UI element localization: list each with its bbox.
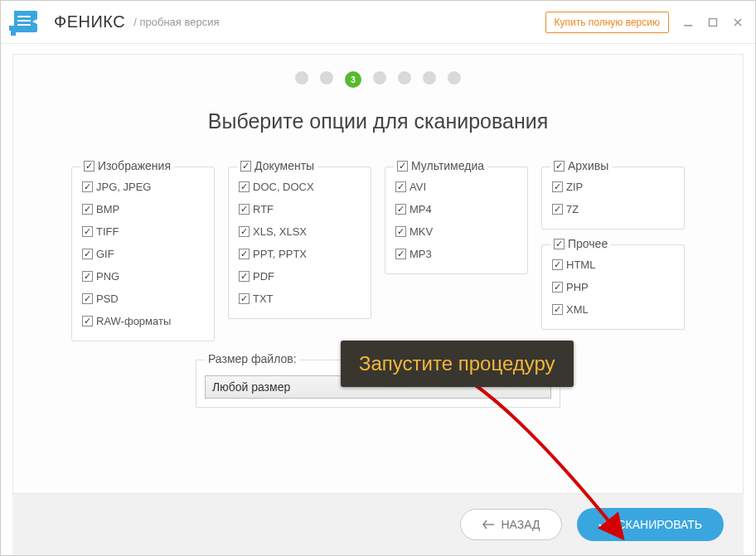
label-zip: ZIP <box>566 181 583 193</box>
checkbox-html[interactable] <box>552 259 563 270</box>
page-title: Выберите опции для сканирования <box>13 109 743 133</box>
checkbox-txt[interactable] <box>239 293 250 304</box>
label-php: PHP <box>566 281 589 293</box>
checkbox-ppt[interactable] <box>239 249 250 259</box>
label-mp3: MP3 <box>410 248 432 260</box>
minimize-button[interactable] <box>676 10 700 35</box>
label-psd: PSD <box>96 293 119 305</box>
checkbox-mkv[interactable] <box>395 226 406 237</box>
group-other-title: Прочее <box>568 237 608 250</box>
label-rtf: RTF <box>253 203 274 215</box>
checkbox-php[interactable] <box>552 282 563 293</box>
group-multimedia: Мультимедиа AVI MP4 MKV MP3 <box>385 167 528 274</box>
checkbox-documents-all[interactable] <box>240 161 251 172</box>
label-7z: 7Z <box>566 203 579 215</box>
checkbox-multimedia-all[interactable] <box>397 161 408 172</box>
checkbox-pdf[interactable] <box>239 271 250 282</box>
buy-full-version-button[interactable]: Купить полную версию <box>545 12 669 33</box>
group-images: Изображения JPG, JPEG BMP TIFF GIF PNG P… <box>71 167 215 341</box>
file-type-groups: Изображения JPG, JPEG BMP TIFF GIF PNG P… <box>13 167 743 341</box>
step-4 <box>373 71 386 85</box>
svg-rect-2 <box>17 24 31 26</box>
group-documents-title: Документы <box>254 159 314 172</box>
back-button-label: НАЗАД <box>501 518 540 531</box>
content-area: 3 Выберите опции для сканирования Изобра… <box>1 44 755 555</box>
label-bmp: BMP <box>96 203 119 215</box>
group-archives: Архивы ZIP 7Z <box>541 167 685 230</box>
checkbox-psd[interactable] <box>82 293 93 304</box>
label-txt: TXT <box>253 293 274 305</box>
close-icon <box>733 17 743 27</box>
app-name: ФЕНИКС <box>54 12 125 31</box>
checkbox-png[interactable] <box>82 271 93 282</box>
label-mp4: MP4 <box>410 203 432 215</box>
step-1 <box>295 71 308 85</box>
checkbox-mp3[interactable] <box>395 249 406 259</box>
label-tiff: TIFF <box>96 225 119 238</box>
checkbox-xml[interactable] <box>552 304 563 315</box>
checkbox-zip[interactable] <box>552 181 563 192</box>
checkbox-rtf[interactable] <box>239 204 250 215</box>
wizard-panel: 3 Выберите опции для сканирования Изобра… <box>12 54 744 494</box>
check-icon <box>598 520 610 529</box>
checkbox-gif[interactable] <box>82 249 93 259</box>
scan-button[interactable]: СКАНИРОВАТЬ <box>577 508 724 541</box>
checkbox-bmp[interactable] <box>82 204 93 215</box>
label-jpg: JPG, JPEG <box>96 181 151 193</box>
label-gif: GIF <box>96 248 114 260</box>
stepper: 3 <box>13 55 743 103</box>
label-png: PNG <box>96 270 119 283</box>
group-other: Прочее HTML PHP XML <box>541 244 685 330</box>
checkbox-raw[interactable] <box>82 316 93 326</box>
group-archives-title: Архивы <box>568 159 608 172</box>
label-doc: DOC, DOCX <box>253 181 314 193</box>
trial-label: / пробная версия <box>133 16 219 28</box>
checkbox-mp4[interactable] <box>395 204 406 215</box>
titlebar: ФЕНИКС / пробная версия Купить полную ве… <box>1 1 755 44</box>
group-multimedia-title: Мультимедиа <box>411 159 484 172</box>
step-7 <box>448 71 461 85</box>
close-button[interactable] <box>725 10 750 35</box>
step-6 <box>423 71 436 85</box>
group-documents: Документы DOC, DOCX RTF XLS, XLSX PPT, P… <box>228 167 371 319</box>
scan-button-label: СКАНИРОВАТЬ <box>617 518 702 531</box>
wizard-footer: НАЗАД СКАНИРОВАТЬ <box>12 494 744 555</box>
checkbox-avi[interactable] <box>395 181 406 192</box>
svg-rect-3 <box>11 31 16 36</box>
svg-rect-4 <box>9 26 14 31</box>
label-xls: XLS, XLSX <box>253 225 307 238</box>
svg-rect-0 <box>17 16 31 17</box>
minimize-icon <box>683 17 693 27</box>
checkbox-tiff[interactable] <box>82 226 93 237</box>
checkbox-xls[interactable] <box>239 226 250 237</box>
file-size-select[interactable]: Любой размер <box>205 375 551 399</box>
group-file-size: Размер файлов: Любой размер <box>196 360 560 408</box>
step-2 <box>320 71 333 85</box>
svg-rect-6 <box>710 18 717 26</box>
label-pdf: PDF <box>253 270 274 283</box>
step-5 <box>398 71 411 85</box>
checkbox-jpg[interactable] <box>82 181 93 192</box>
label-xml: XML <box>566 303 589 316</box>
label-mkv: MKV <box>410 225 433 238</box>
label-ppt: PPT, PPTX <box>253 248 307 260</box>
checkbox-images-all[interactable] <box>84 161 94 172</box>
label-raw: RAW-форматы <box>96 315 171 327</box>
label-html: HTML <box>566 259 595 271</box>
maximize-icon <box>708 17 718 27</box>
svg-rect-1 <box>17 20 31 22</box>
checkbox-7z[interactable] <box>552 204 563 215</box>
back-button[interactable]: НАЗАД <box>460 509 562 540</box>
checkbox-other-all[interactable] <box>554 239 565 249</box>
group-images-title: Изображения <box>98 159 171 172</box>
step-3: 3 <box>345 71 361 88</box>
label-avi: AVI <box>410 181 426 193</box>
arrow-left-icon <box>482 520 494 529</box>
checkbox-archives-all[interactable] <box>554 161 565 172</box>
file-size-legend: Размер файлов: <box>205 352 300 365</box>
svg-rect-5 <box>684 25 692 27</box>
maximize-button[interactable] <box>700 10 725 35</box>
checkbox-doc[interactable] <box>239 181 250 192</box>
app-logo-icon <box>9 4 46 41</box>
